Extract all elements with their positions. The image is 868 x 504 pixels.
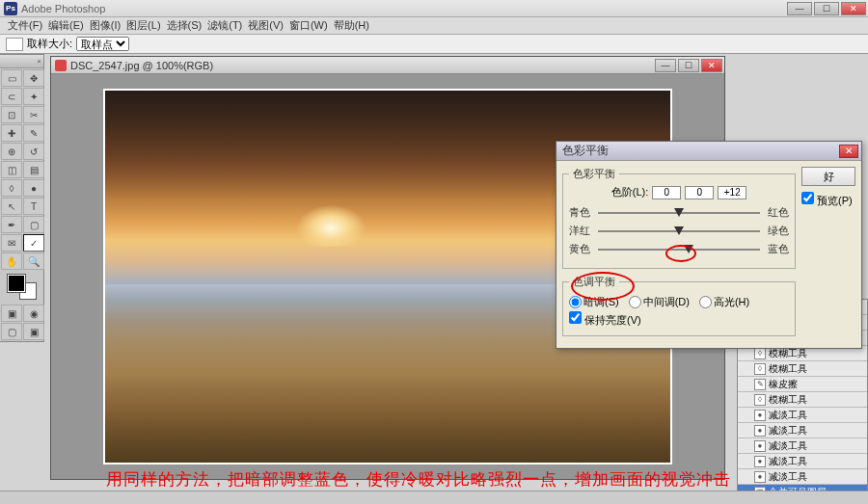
history-step-icon: ● <box>754 440 766 452</box>
history-item[interactable]: ●减淡工具 <box>738 454 867 469</box>
history-item[interactable]: ●减淡工具 <box>738 469 867 485</box>
visibility-icon[interactable] <box>740 471 751 483</box>
history-item[interactable]: ●减淡工具 <box>738 423 867 438</box>
dodge-tool[interactable]: ● <box>23 179 44 197</box>
visibility-icon[interactable] <box>740 363 751 375</box>
midtones-radio[interactable]: 中间调(D) <box>629 295 690 309</box>
history-step-icon: ● <box>754 410 766 421</box>
path-tool[interactable]: ↖ <box>1 198 22 215</box>
gradient-tool[interactable]: ▤ <box>23 161 44 178</box>
eyedropper-tool[interactable]: ✓ <box>23 234 44 252</box>
color-balance-group: 色彩平衡 色阶(L): 青色 红色 洋红 绿色 <box>562 167 796 269</box>
yellow-label: 黄色 <box>569 242 594 256</box>
menu-layer[interactable]: 图层(L) <box>126 18 160 33</box>
screen-mode-1[interactable]: ▢ <box>1 323 22 340</box>
menu-window[interactable]: 窗口(W) <box>289 18 328 33</box>
close-button[interactable]: ✕ <box>841 2 866 15</box>
standard-mode[interactable]: ▣ <box>1 305 22 322</box>
toolbox-header[interactable]: × <box>0 55 43 68</box>
history-step-label: 减淡工具 <box>769 409 807 422</box>
tone-balance-group: 色调平衡 暗调(S) 中间调(D) 高光(H) 保持亮度(V) <box>562 275 796 336</box>
ok-button[interactable]: 好 <box>801 167 855 186</box>
pen-tool[interactable]: ✒ <box>1 216 22 233</box>
statusbar <box>0 491 868 504</box>
yellow-blue-slider[interactable] <box>598 243 760 256</box>
visibility-icon[interactable] <box>740 348 751 359</box>
visibility-icon[interactable] <box>740 410 751 421</box>
menu-help[interactable]: 帮助(H) <box>334 18 369 33</box>
marquee-tool[interactable]: ▭ <box>1 69 22 87</box>
history-step-label: 橡皮擦 <box>769 378 798 391</box>
dialog-close-button[interactable]: ✕ <box>839 145 858 158</box>
slider-thumb-3[interactable] <box>684 245 693 253</box>
slider-thumb-1[interactable] <box>674 208 684 217</box>
visibility-icon[interactable] <box>740 425 751 437</box>
history-brush-tool[interactable]: ↺ <box>23 143 44 160</box>
history-step-icon: ● <box>754 471 766 483</box>
level-1-input[interactable] <box>652 186 681 199</box>
menu-image[interactable]: 图像(I) <box>90 18 121 33</box>
crop-tool[interactable]: ⊡ <box>1 106 22 123</box>
history-step-label: 模糊工具 <box>769 362 807 376</box>
wand-tool[interactable]: ✦ <box>23 88 44 105</box>
highlights-radio[interactable]: 高光(H) <box>699 295 749 309</box>
sample-size-select[interactable]: 取样点 <box>76 37 129 51</box>
type-tool[interactable]: T <box>23 198 44 215</box>
zoom-tool[interactable]: 🔍 <box>23 252 44 270</box>
current-tool-icon[interactable] <box>6 38 23 51</box>
history-step-icon: ◊ <box>754 394 766 406</box>
dialog-title-text: 色彩平衡 <box>562 143 609 159</box>
move-tool[interactable]: ✥ <box>23 69 44 87</box>
visibility-icon[interactable] <box>740 394 751 406</box>
visibility-icon[interactable] <box>740 456 751 467</box>
shadows-radio[interactable]: 暗调(S) <box>569 295 619 309</box>
group1-legend: 色彩平衡 <box>569 167 619 181</box>
blur-tool[interactable]: ◊ <box>1 179 22 197</box>
brush-tool[interactable]: ✎ <box>23 124 44 142</box>
magenta-label: 洋红 <box>569 224 594 238</box>
quickmask-mode[interactable]: ◉ <box>23 305 44 322</box>
menu-view[interactable]: 视图(V) <box>248 18 284 33</box>
shape-tool[interactable]: ▢ <box>23 216 44 233</box>
menu-edit[interactable]: 编辑(E) <box>48 18 84 33</box>
history-item[interactable]: ●减淡工具 <box>738 438 867 454</box>
notes-tool[interactable]: ✉ <box>1 234 22 252</box>
level-2-input[interactable] <box>685 186 714 199</box>
slider-thumb-2[interactable] <box>674 226 684 235</box>
document-title: DSC_2547.jpg @ 100%(RGB) <box>70 60 213 71</box>
menu-filter[interactable]: 滤镜(T) <box>207 18 242 33</box>
visibility-icon[interactable] <box>740 379 751 390</box>
lasso-tool[interactable]: ⊂ <box>1 88 22 105</box>
canvas-close[interactable]: ✕ <box>701 59 722 72</box>
menu-file[interactable]: 文件(F) <box>8 18 42 33</box>
stamp-tool[interactable]: ⊕ <box>1 143 22 160</box>
magenta-green-slider[interactable] <box>598 225 760 238</box>
screen-mode-2[interactable]: ▣ <box>23 323 44 340</box>
canvas-minimize[interactable]: — <box>655 59 676 72</box>
canvas-maximize[interactable]: ☐ <box>678 59 699 72</box>
eraser-tool[interactable]: ◫ <box>1 161 22 178</box>
app-title: Adobe Photoshop <box>21 3 105 14</box>
blue-label: 蓝色 <box>764 242 789 256</box>
canvas-titlebar[interactable]: DSC_2547.jpg @ 100%(RGB) — ☐ ✕ <box>51 57 724 74</box>
maximize-button[interactable]: ☐ <box>814 2 839 15</box>
hand-tool[interactable]: ✋ <box>1 252 22 270</box>
history-item[interactable]: ●减淡工具 <box>738 408 867 423</box>
dialog-titlebar[interactable]: 色彩平衡 ✕ <box>556 142 861 161</box>
history-item[interactable]: ◊模糊工具 <box>738 361 867 377</box>
slice-tool[interactable]: ✂ <box>23 106 44 123</box>
cyan-red-slider[interactable] <box>598 206 760 220</box>
preserve-luminosity-check[interactable]: 保持亮度(V) <box>569 311 641 328</box>
preview-check[interactable]: 预览(P) <box>801 192 853 208</box>
foreground-color[interactable] <box>8 275 25 292</box>
menu-select[interactable]: 选择(S) <box>167 18 203 33</box>
level-3-input[interactable] <box>718 186 746 199</box>
history-item[interactable]: ◊模糊工具 <box>738 392 867 408</box>
history-item[interactable]: ✎橡皮擦 <box>738 377 867 392</box>
visibility-icon[interactable] <box>740 440 751 452</box>
toolbox: × ▭ ✥ ⊂ ✦ ⊡ ✂ ✚ ✎ ⊕ ↺ ◫ ▤ ◊ ● ↖ T ✒ ▢ ✉ … <box>0 54 44 342</box>
heal-tool[interactable]: ✚ <box>1 124 22 142</box>
options-bar: 取样大小: 取样点 <box>0 35 868 54</box>
color-swatches[interactable] <box>8 275 37 300</box>
minimize-button[interactable]: — <box>787 2 812 15</box>
